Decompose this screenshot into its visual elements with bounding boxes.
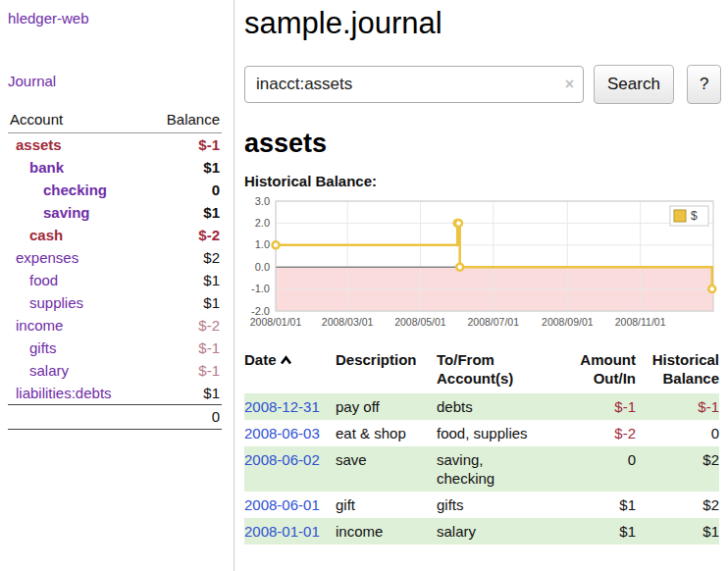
account-link-salary[interactable]: salary — [29, 362, 69, 379]
account-link-saving[interactable]: saving — [43, 204, 90, 221]
svg-text:2008/03/01: 2008/03/01 — [322, 316, 374, 328]
register-description: income — [336, 518, 437, 545]
register-table: Date Description To/From Account(s) Amou… — [244, 350, 719, 545]
accounts-table: Account Balance assets $-1 bank $1 check… — [8, 109, 222, 430]
register-amount: $1 — [561, 492, 636, 518]
page: hledger-web Journal Account Balance asse… — [0, 0, 728, 571]
register-date-link[interactable]: 2008-06-02 — [244, 451, 320, 468]
col-header-date[interactable]: Date — [244, 350, 336, 393]
search-input[interactable] — [244, 66, 584, 103]
register-accounts: saving, checking — [437, 446, 561, 492]
account-balance: $-1 — [146, 133, 223, 157]
main-content: sample.journal × Search ? assets Histori… — [234, 0, 728, 571]
account-balance: $2 — [146, 246, 223, 269]
historical-balance-chart: 3.02.01.00.0-1.0-2.02008/01/012008/03/01… — [244, 196, 719, 335]
svg-text:$: $ — [691, 209, 698, 223]
account-link-bank[interactable]: bank — [29, 159, 64, 176]
account-row: assets $-1 — [8, 133, 222, 157]
register-description: gift — [336, 492, 437, 518]
account-link-checking[interactable]: checking — [43, 182, 107, 198]
register-description: eat & shop — [336, 420, 437, 446]
register-balance: $2 — [636, 492, 719, 518]
register-row: 2008-01-01 income salary $1 $1 — [244, 518, 719, 545]
app-title-link[interactable]: hledger-web — [8, 10, 222, 26]
register-accounts: food, supplies — [437, 420, 561, 446]
account-row: bank $1 — [8, 156, 222, 179]
svg-text:2008/05/01: 2008/05/01 — [394, 316, 446, 328]
col-header-accounts: To/From Account(s) — [437, 350, 561, 393]
register-date-link[interactable]: 2008-06-01 — [244, 496, 320, 513]
account-link-cash[interactable]: cash — [29, 227, 63, 243]
account-link-gifts[interactable]: gifts — [29, 339, 57, 356]
account-link-liabilities-debts[interactable]: liabilities:debts — [16, 385, 112, 401]
col-header-amount: Amount Out/In — [561, 350, 636, 393]
account-balance: $1 — [146, 269, 223, 291]
clear-search-icon[interactable]: × — [565, 75, 574, 94]
account-link-expenses[interactable]: expenses — [16, 249, 78, 266]
account-row: food $1 — [8, 269, 222, 291]
svg-text:3.0: 3.0 — [255, 196, 270, 207]
page-title: sample.journal — [244, 6, 721, 41]
account-balance: $-2 — [146, 314, 223, 337]
chart-title: Historical Balance: — [244, 173, 721, 189]
account-balance: $-2 — [146, 224, 223, 246]
account-balance: $-1 — [146, 359, 223, 382]
svg-text:0.0: 0.0 — [255, 261, 270, 273]
account-link-assets[interactable]: assets — [16, 136, 62, 153]
search-button[interactable]: Search — [594, 65, 674, 104]
help-button[interactable]: ? — [687, 65, 721, 104]
register-balance: $1 — [636, 518, 719, 545]
account-row: expenses $2 — [8, 246, 222, 269]
search-box: × — [244, 66, 584, 103]
register-row: 2008-12-31 pay off debts $-1 $-1 — [244, 393, 719, 420]
account-row: income $-2 — [8, 314, 222, 337]
accounts-total-row: 0 — [8, 405, 222, 430]
account-balance: $1 — [146, 201, 223, 224]
sidebar: hledger-web Journal Account Balance asse… — [0, 0, 234, 571]
register-amount: $1 — [561, 518, 636, 545]
register-balance: $-1 — [636, 393, 719, 420]
register-accounts: debts — [437, 393, 561, 420]
col-header-balance: Historical Balance — [636, 350, 719, 393]
register-balance: 0 — [636, 420, 719, 446]
account-balance: $1 — [146, 382, 223, 405]
accounts-total-value: 0 — [146, 405, 223, 430]
account-row: salary $-1 — [8, 359, 222, 382]
account-link-food[interactable]: food — [29, 272, 58, 288]
svg-text:-2.0: -2.0 — [251, 305, 270, 317]
register-row: 2008-06-02 save saving, checking 0 $2 — [244, 446, 719, 492]
svg-text:-1.0: -1.0 — [251, 283, 270, 294]
account-balance: $-1 — [146, 337, 223, 359]
accounts-header-balance: Balance — [146, 109, 223, 133]
register-date-link[interactable]: 2008-06-03 — [244, 425, 320, 441]
search-form: × Search ? — [244, 65, 721, 104]
account-row: cash $-2 — [8, 224, 222, 246]
register-description: pay off — [336, 393, 437, 420]
register-accounts: gifts — [437, 492, 561, 518]
register-header-row: Date Description To/From Account(s) Amou… — [244, 350, 719, 393]
register-date-link[interactable]: 2008-01-01 — [244, 523, 320, 540]
register-amount: $-2 — [561, 420, 636, 446]
svg-text:2.0: 2.0 — [255, 217, 270, 229]
register-balance: $2 — [636, 446, 719, 492]
account-row: checking 0 — [8, 179, 222, 201]
account-row: supplies $1 — [8, 291, 222, 314]
register-date-link[interactable]: 2008-12-31 — [244, 398, 320, 415]
nav-journal-link[interactable]: Journal — [8, 73, 222, 89]
svg-text:1.0: 1.0 — [255, 238, 270, 250]
svg-text:2008/01/01: 2008/01/01 — [250, 316, 302, 328]
register-description: save — [336, 446, 437, 492]
account-link-income[interactable]: income — [16, 317, 63, 334]
col-date-label[interactable]: Date — [244, 351, 277, 368]
account-row: liabilities:debts $1 — [8, 382, 222, 405]
account-balance: 0 — [146, 179, 223, 201]
col-header-description: Description — [336, 350, 437, 393]
register-accounts: salary — [437, 518, 561, 545]
account-balance: $1 — [146, 156, 223, 179]
accounts-header-row: Account Balance — [8, 109, 222, 133]
account-link-supplies[interactable]: supplies — [29, 294, 83, 311]
sort-ascending-icon[interactable] — [280, 355, 292, 366]
account-balance: $1 — [146, 291, 223, 314]
svg-text:2008/09/01: 2008/09/01 — [542, 316, 594, 328]
account-heading: assets — [244, 129, 721, 159]
